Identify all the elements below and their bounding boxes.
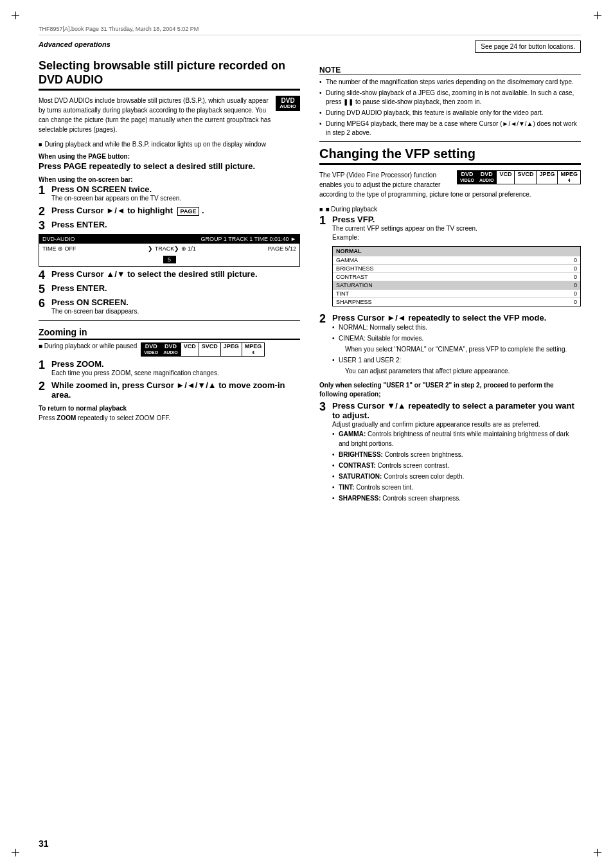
step-4-num: 4 xyxy=(39,269,49,281)
when-screen-label: When using the on-screen bar: xyxy=(39,176,300,183)
corner-mark-bl xyxy=(12,846,22,856)
vfp-table-header: NORMAL xyxy=(333,247,580,256)
zoom-step-2-title: While zoomed in, press Cursor ►/◄/▼/▲ to… xyxy=(51,380,300,400)
step-2-content: Press Cursor ►/◄ to highlight PAGE . xyxy=(51,206,300,215)
vfp-row-tint: TINT 0 xyxy=(333,289,580,297)
step-4: 4 Press Cursor ▲/▼ to select the desired… xyxy=(39,269,300,281)
step-2-title: Press Cursor ►/◄ to highlight PAGE . xyxy=(51,206,300,215)
vfp-step-3-num: 3 xyxy=(319,401,330,412)
step-2-num: 2 xyxy=(39,206,49,217)
vfp-bullet-when: When you select "NORMAL" or "CINEMA", pr… xyxy=(332,344,581,354)
zoom-step-2-num: 2 xyxy=(39,380,49,392)
selecting-bsp-title: Selecting browsable still picture record… xyxy=(39,59,300,91)
file-bar: THF8957[A].book Page 31 Thursday, March … xyxy=(39,26,581,35)
note-box: NOTE The number of the magnification ste… xyxy=(319,66,581,137)
step-5-num: 5 xyxy=(39,283,49,295)
step-3: 3 Press ENTER. xyxy=(39,220,300,231)
vfp-step-1-sub: The current VFP settings appear on the T… xyxy=(332,224,581,233)
page-number: 31 xyxy=(39,838,49,849)
see-page-box: See page 24 for button locations. xyxy=(475,40,581,53)
vfp-step-3-sub: Adjust gradually and confirm picture app… xyxy=(332,420,581,429)
note-item-4: During MPEG4 playback, there may be a ca… xyxy=(319,120,581,137)
vfp-title: Changing the VFP setting xyxy=(319,146,581,165)
vfp-s3-saturation: SATURATION: Controls screen color depth. xyxy=(332,472,581,481)
vfp-row-brightness: BRIGHTNESS 0 xyxy=(333,264,580,272)
vfp-step-1: 1 Press VFP. The current VFP settings ap… xyxy=(319,215,581,310)
dvd-screen-number: 5 xyxy=(163,256,176,263)
bsp-bullet1: During playback and while the B.S.P. ind… xyxy=(39,141,300,148)
corner-mark-br xyxy=(591,846,601,856)
step-6: 6 Press ON SCREEN. The on-screen bar dis… xyxy=(39,297,300,316)
step-1-num: 1 xyxy=(39,184,49,196)
zoom-step-1-num: 1 xyxy=(39,359,49,371)
note-title: NOTE xyxy=(319,66,581,75)
vfp-during-note: ■ During playback xyxy=(319,206,581,213)
vfp-row-saturation: SATURATION 0 xyxy=(333,281,580,289)
step-5: 5 Press ENTER. xyxy=(39,283,300,295)
zooming-during-note: ■ During playback or while paused xyxy=(39,342,137,350)
vfp-step-1-title: Press VFP. xyxy=(332,215,581,224)
step-6-content: Press ON SCREEN. The on-screen bar disap… xyxy=(51,297,300,316)
vfp-s3-contrast: CONTRAST: Controls screen contrast. xyxy=(332,461,581,470)
zoom-step-2-content: While zoomed in, press Cursor ►/◄/▼/▲ to… xyxy=(51,380,300,400)
vfp-step-2: 2 Press Cursor ►/◄ repeatedly to select … xyxy=(319,313,581,377)
vfp-example-label: Example: xyxy=(332,233,581,242)
step-1-content: Press ON SCREEN twice. The on-screen bar… xyxy=(51,184,300,203)
dvd-screen: DVD-AUDIO GROUP 1 TRACK 1 TIME 0:01:40 ►… xyxy=(39,234,300,267)
vfp-badges: DVD VIDEO DVD AUDIO VCD SVCD JPEG MPEG 4 xyxy=(457,170,581,184)
divider-zooming xyxy=(39,320,300,321)
vfp-s3-tint: TINT: Controls screen tint. xyxy=(332,483,581,492)
vfp-step-1-num: 1 xyxy=(319,215,330,226)
corner-mark-tr xyxy=(591,12,601,22)
step-6-title: Press ON SCREEN. xyxy=(51,297,300,307)
vfp-step-2-bullets: NORMAL: Normally select this. CINEMA: Su… xyxy=(332,323,581,376)
dvd-screen-header: DVD-AUDIO GROUP 1 TRACK 1 TIME 0:01:40 ► xyxy=(39,235,299,244)
page-badge: PAGE xyxy=(177,207,200,216)
vfp-step-2-content: Press Cursor ►/◄ repeatedly to select th… xyxy=(332,313,581,377)
step-4-content: Press Cursor ▲/▼ to select the desired s… xyxy=(51,269,300,279)
when-page-label: When using the PAGE button: xyxy=(39,153,300,160)
vfp-step-2-num: 2 xyxy=(319,313,330,324)
vfp-step-3-content: Press Cursor ▼/▲ repeatedly to select a … xyxy=(332,401,581,504)
return-label: To return to normal playback xyxy=(39,405,300,412)
divider-vfp xyxy=(319,141,581,142)
two-column-layout: Selecting browsable still picture record… xyxy=(39,59,581,507)
step-3-num: 3 xyxy=(39,220,49,231)
step-3-content: Press ENTER. xyxy=(51,220,300,229)
vfp-bullet-cinema: CINEMA: Suitable for movies. xyxy=(332,333,581,343)
bsp-intro: Most DVD AUDIOs include browsable still … xyxy=(39,96,300,134)
vfp-section: Changing the VFP setting DVD VIDEO DVD A… xyxy=(319,146,581,504)
vfp-s3-gamma: GAMMA: Controls brightness of neutral ti… xyxy=(332,429,581,448)
step-4-title: Press Cursor ▲/▼ to select the desired s… xyxy=(51,269,300,279)
vfp-step-2-title: Press Cursor ►/◄ repeatedly to select th… xyxy=(332,313,581,323)
only-when-label: Only when selecting "USER 1" or "USER 2"… xyxy=(319,381,581,399)
dvd-audio-badge: DVD AUDIO xyxy=(276,96,300,111)
section-label: Advanced operations xyxy=(39,40,111,48)
vfp-bullet-user: USER 1 and USER 2: xyxy=(332,355,581,365)
step-5-content: Press ENTER. xyxy=(51,283,300,293)
zoom-step-1-title: Press ZOOM. xyxy=(51,359,300,369)
step-6-num: 6 xyxy=(39,297,49,309)
zooming-during-row: ■ During playback or while paused DVD VI… xyxy=(39,342,300,357)
zooming-badges: DVD VIDEO DVD AUDIO VCD SVCD JPEG MPEG 4 xyxy=(141,342,265,357)
vfp-row-contrast: CONTRAST 0 xyxy=(333,272,580,281)
note-item-3: During DVD AUDIO playback, this feature … xyxy=(319,109,581,118)
step-1-title: Press ON SCREEN twice. xyxy=(51,184,300,194)
vfp-table: NORMAL GAMMA 0 BRIGHTNESS 0 CONTRAST xyxy=(332,246,581,306)
vfp-step-3: 3 Press Cursor ▼/▲ repeatedly to select … xyxy=(319,401,581,504)
zoom-step-1-sub: Each time you press ZOOM, scene magnific… xyxy=(51,369,300,378)
dvd-screen-row: TIME ⊕ OFF ❯ TRACK❯ ⊕ 1/1 PAGE 5/12 xyxy=(39,244,299,253)
left-column: Selecting browsable still picture record… xyxy=(39,59,300,507)
corner-mark-tl xyxy=(12,12,22,22)
vfp-step-3-title: Press Cursor ▼/▲ repeatedly to select a … xyxy=(332,401,581,420)
zoom-step-1: 1 Press ZOOM. Each time you press ZOOM, … xyxy=(39,359,300,378)
vfp-bullet-adjust: You can adjust parameters that affect pi… xyxy=(332,366,581,376)
step-5-title: Press ENTER. xyxy=(51,283,300,293)
step-6-sub: The on-screen bar disappears. xyxy=(51,307,300,316)
vfp-bullet-normal: NORMAL: Normally select this. xyxy=(332,323,581,332)
vfp-s3-sharpness: SHARPNESS: Controls screen sharpness. xyxy=(332,493,581,503)
zooming-section: Zooming in ■ During playback or while pa… xyxy=(39,327,300,421)
vfp-step-3-bullets: GAMMA: Controls brightness of neutral ti… xyxy=(332,429,581,503)
zoom-step-1-content: Press ZOOM. Each time you press ZOOM, sc… xyxy=(51,359,300,378)
note-item-1: The number of the magnification steps va… xyxy=(319,78,581,87)
